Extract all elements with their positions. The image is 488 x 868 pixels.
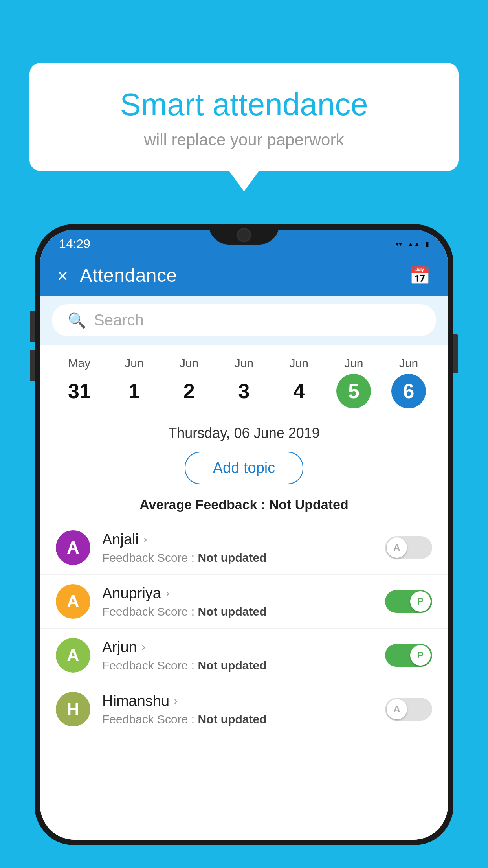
student-item[interactable]: AArjun ›Feedback Score : Not updatedP — [40, 629, 448, 682]
chevron-icon: › — [166, 587, 169, 600]
attendance-toggle-wrap: A — [385, 698, 432, 721]
add-topic-wrap: Add topic — [40, 445, 448, 491]
student-feedback: Feedback Score : Not updated — [102, 551, 373, 565]
wifi-icon: ▾▾ — [396, 240, 402, 248]
student-info: Himanshu ›Feedback Score : Not updated — [102, 693, 373, 726]
attendance-toggle[interactable]: P — [385, 644, 432, 667]
status-icons: ▾▾ ▲▲ ▮ — [396, 240, 429, 248]
avg-feedback: Average Feedback : Not Updated — [40, 491, 448, 521]
toggle-thumb: P — [410, 645, 431, 666]
calendar-month: Jun — [289, 357, 308, 370]
student-info: Anupriya ›Feedback Score : Not updated — [102, 585, 373, 618]
status-time: 14:29 — [59, 237, 90, 251]
toggle-thumb: P — [410, 591, 431, 612]
search-input[interactable]: Search — [94, 311, 144, 329]
calendar-number[interactable]: 31 — [62, 374, 97, 408]
student-list: AAnjali ›Feedback Score : Not updatedAAA… — [40, 521, 448, 840]
calendar-day[interactable]: Jun1 — [117, 353, 152, 416]
calendar-number[interactable]: 4 — [282, 374, 316, 408]
calendar-number[interactable]: 5 — [336, 374, 371, 408]
student-info: Anjali ›Feedback Score : Not updated — [102, 531, 373, 565]
attendance-toggle-wrap: P — [385, 644, 432, 667]
calendar-month: May — [68, 357, 91, 370]
student-feedback: Feedback Score : Not updated — [102, 659, 373, 672]
student-info: Arjun ›Feedback Score : Not updated — [102, 639, 373, 672]
signal-icon: ▲▲ — [407, 241, 420, 248]
student-item[interactable]: HHimanshu ›Feedback Score : Not updatedA — [40, 682, 448, 736]
calendar-month: Jun — [125, 357, 143, 370]
search-container: 🔍 Search — [40, 296, 448, 345]
calendar-day[interactable]: Jun2 — [172, 353, 206, 416]
student-avatar: A — [56, 530, 90, 565]
calendar-month: Jun — [235, 357, 253, 370]
student-feedback: Feedback Score : Not updated — [102, 713, 373, 726]
student-name: Arjun › — [102, 639, 373, 656]
student-avatar: A — [56, 638, 90, 673]
attendance-toggle[interactable]: A — [385, 536, 432, 559]
close-button[interactable]: × — [57, 267, 68, 285]
volume-down-button — [30, 350, 35, 381]
phone-screen: 14:29 ▾▾ ▲▲ ▮ × Attendance 📅 🔍 Search — [40, 230, 448, 840]
calendar-month: Jun — [344, 357, 363, 370]
calendar-day[interactable]: Jun4 — [282, 353, 316, 416]
attendance-toggle[interactable]: A — [385, 698, 432, 721]
student-feedback: Feedback Score : Not updated — [102, 605, 373, 618]
chevron-icon: › — [174, 695, 178, 707]
student-name: Anjali › — [102, 531, 373, 548]
bubble-title: Smart attendance — [61, 86, 427, 123]
selected-date-label: Thursday, 06 June 2019 — [40, 416, 448, 445]
calendar-scroll[interactable]: May31Jun1Jun2Jun3Jun4Jun5Jun6 — [40, 345, 448, 416]
speech-bubble: Smart attendance will replace your paper… — [29, 63, 459, 171]
calendar-number[interactable]: 3 — [227, 374, 261, 408]
phone-outer: 14:29 ▾▾ ▲▲ ▮ × Attendance 📅 🔍 Search — [35, 224, 453, 845]
app-title: Attendance — [80, 265, 397, 286]
calendar-number[interactable]: 1 — [117, 374, 152, 408]
attendance-toggle-wrap: A — [385, 536, 432, 559]
calendar-day[interactable]: Jun6 — [391, 353, 426, 416]
toggle-thumb: A — [387, 537, 407, 558]
calendar-month: Jun — [180, 357, 198, 370]
calendar-number[interactable]: 2 — [172, 374, 206, 408]
attendance-toggle-wrap: P — [385, 590, 432, 613]
calendar-day[interactable]: Jun3 — [227, 353, 261, 416]
search-bar[interactable]: 🔍 Search — [52, 304, 436, 336]
student-name: Anupriya › — [102, 585, 373, 602]
chevron-icon: › — [142, 641, 145, 653]
calendar-day[interactable]: Jun5 — [336, 353, 371, 416]
student-item[interactable]: AAnjali ›Feedback Score : Not updatedA — [40, 521, 448, 575]
app-bar: × Attendance 📅 — [40, 255, 448, 296]
volume-up-button — [30, 311, 35, 342]
bubble-subtitle: will replace your paperwork — [61, 131, 427, 149]
power-button — [453, 334, 458, 373]
add-topic-button[interactable]: Add topic — [185, 452, 303, 484]
attendance-toggle[interactable]: P — [385, 590, 432, 613]
student-avatar: A — [56, 584, 90, 619]
phone-wrapper: 14:29 ▾▾ ▲▲ ▮ × Attendance 📅 🔍 Search — [35, 224, 453, 868]
calendar-month: Jun — [399, 357, 418, 370]
toggle-thumb: A — [387, 699, 407, 719]
calendar-icon[interactable]: 📅 — [409, 265, 431, 286]
student-item[interactable]: AAnupriya ›Feedback Score : Not updatedP — [40, 575, 448, 629]
calendar-day[interactable]: May31 — [62, 353, 97, 416]
student-name: Himanshu › — [102, 693, 373, 710]
search-icon: 🔍 — [68, 312, 86, 329]
phone-camera — [237, 228, 251, 242]
battery-icon: ▮ — [426, 240, 429, 248]
student-avatar: H — [56, 692, 90, 726]
chevron-icon: › — [143, 533, 147, 546]
calendar-number[interactable]: 6 — [391, 374, 426, 408]
